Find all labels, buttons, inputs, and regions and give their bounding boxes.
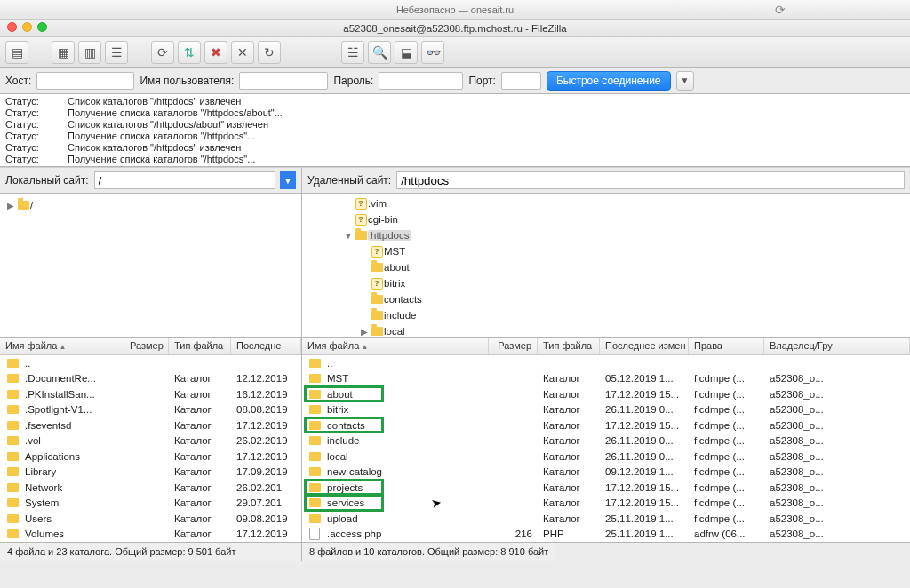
local-tree[interactable]: ▶ / [0, 194, 302, 337]
log-msg: Получение списка каталогов "/httpdocs"..… [68, 154, 255, 165]
zoom-icon[interactable] [37, 22, 47, 32]
disconnect-button[interactable]: ✕ [231, 41, 254, 64]
list-item[interactable]: Volumes Каталог 17.12.2019 [0, 527, 301, 543]
list-item[interactable]: .access.php 216 PHP 25.11.2019 1... adfr… [302, 527, 910, 543]
list-item[interactable]: .. [302, 355, 910, 371]
pass-input[interactable] [379, 72, 463, 90]
list-item[interactable]: Network Каталог 26.02.201 [0, 480, 301, 496]
remote-path-input[interactable] [396, 171, 905, 189]
folder-icon [309, 514, 321, 523]
window-controls[interactable] [7, 22, 47, 32]
process-queue-button[interactable]: ⇅ [178, 41, 201, 64]
reconnect-button[interactable]: ↻ [258, 41, 281, 64]
list-item[interactable]: MST Каталог 05.12.2019 1... flcdmpe (...… [302, 371, 910, 387]
app-titlebar: a52308_onesait@a52308.ftp.mchost.ru - Fi… [0, 20, 910, 37]
list-item[interactable]: .. [0, 355, 301, 371]
list-item[interactable]: .Spotlight-V1... Каталог 08.08.2019 [0, 402, 301, 418]
close-icon[interactable] [7, 22, 17, 32]
user-input[interactable] [239, 72, 328, 90]
list-item[interactable]: upload Каталог 25.11.2019 1... flcdmpe (… [302, 511, 910, 527]
quickconnect-button[interactable]: Быстрое соединение [547, 71, 671, 91]
list-item[interactable]: new-catalog Каталог 09.12.2019 1... flcd… [302, 465, 910, 481]
log-msg: Список каталогов "/httpdocs" извлечен [68, 142, 241, 154]
tree-node-label[interactable]: include [384, 310, 416, 321]
tree-node-label[interactable]: cgi-bin [368, 214, 398, 225]
pass-label: Пароль: [333, 75, 373, 87]
tree-node-label[interactable]: bitrix [384, 278, 405, 289]
compare-button[interactable]: ⬓ [395, 41, 418, 64]
remote-file-list[interactable]: Имя файла Размер Тип файла Последнее изм… [302, 338, 910, 542]
log-key: Статус: [5, 131, 68, 142]
local-file-list[interactable]: Имя файла Размер Тип файла Последне .. .… [0, 338, 302, 542]
reload-icon[interactable]: ⟳ [775, 3, 786, 17]
quickconnect-bar: Хост: Имя пользователя: Пароль: Порт: Бы… [0, 68, 910, 94]
folder-icon [7, 374, 19, 383]
quickconnect-dropdown[interactable]: ▼ [676, 71, 694, 91]
minimize-icon[interactable] [22, 22, 32, 32]
list-item[interactable]: .vol Каталог 26.02.2019 [0, 433, 301, 449]
folder-icon [7, 498, 19, 507]
tree-node-label: / [30, 200, 33, 211]
expand-icon[interactable]: ▶ [5, 201, 16, 211]
list-item[interactable]: projects Каталог 17.12.2019 15... flcdmp… [302, 480, 910, 496]
port-label: Порт: [468, 75, 496, 87]
list-item[interactable]: .DocumentRe... Каталог 12.12.2019 [0, 371, 301, 387]
list-item[interactable]: include Каталог 26.11.2019 0... flcdmpe … [302, 433, 910, 449]
list-item[interactable]: .fseventsd Каталог 17.12.2019 [0, 417, 301, 433]
list-item[interactable]: contacts Каталог 17.12.2019 15... flcdmp… [302, 417, 910, 433]
log-key: Статус: [5, 154, 68, 165]
host-input[interactable] [36, 72, 134, 90]
local-path-dropdown[interactable]: ▼ [280, 171, 296, 189]
search-button[interactable]: 🔍 [368, 41, 391, 64]
refresh-button[interactable]: ⟳ [151, 41, 174, 64]
folder-icon [309, 467, 321, 476]
toggle-log-button[interactable]: ▦ [52, 41, 75, 64]
remote-tree[interactable]: ?.vim?cgi-bin▼httpdocs?MSTabout?bitrixco… [302, 194, 910, 337]
log-key: Статус: [5, 119, 68, 131]
user-label: Имя пользователя: [140, 75, 234, 87]
list-item[interactable]: about Каталог 17.12.2019 15... flcdmpe (… [302, 386, 910, 402]
list-item[interactable]: .PKInstallSan... Каталог 16.12.2019 [0, 386, 301, 402]
log-msg: Список каталогов "/httpdocs/about" извле… [68, 119, 268, 131]
message-log[interactable]: Статус:Список каталогов "/httpdocs" извл… [0, 94, 910, 167]
list-item[interactable]: Library Каталог 17.09.2019 [0, 465, 301, 481]
folder-icon [7, 483, 19, 492]
filter-button[interactable]: ☱ [341, 41, 364, 64]
expand-icon[interactable]: ▼ [343, 231, 354, 241]
list-item[interactable]: local Каталог 26.11.2019 0... flcdmpe (.… [302, 449, 910, 465]
sync-browse-button[interactable]: 👓 [421, 41, 444, 64]
expand-icon[interactable]: ▶ [359, 327, 370, 337]
list-item[interactable]: bitrix Каталог 26.11.2019 0... flcdmpe (… [302, 402, 910, 418]
folder-icon [309, 374, 321, 383]
folder-icon [309, 405, 321, 414]
tree-node-label[interactable]: local [384, 326, 405, 337]
folder-icon [309, 452, 321, 461]
remote-list-header[interactable]: Имя файла Размер Тип файла Последнее изм… [302, 338, 910, 355]
tree-node-label[interactable]: contacts [384, 294, 422, 305]
list-item[interactable]: Applications Каталог 17.12.2019 [0, 449, 301, 465]
site-path-bar: Локальный сайт: ▼ Удаленный сайт: [0, 167, 910, 194]
toggle-queue-button[interactable]: ☰ [105, 41, 128, 64]
folder-icon [7, 390, 19, 399]
folder-icon [355, 231, 367, 240]
log-key: Статус: [5, 96, 68, 107]
tree-node-label[interactable]: MST [384, 246, 405, 257]
tree-node-label[interactable]: httpdocs [368, 230, 411, 241]
cancel-button[interactable]: ✖ [204, 41, 228, 64]
folder-icon [309, 483, 321, 492]
local-list-header[interactable]: Имя файла Размер Тип файла Последне [0, 338, 301, 355]
unknown-icon: ? [355, 214, 367, 226]
list-item[interactable]: services Каталог 17.12.2019 15... flcdmp… [302, 496, 910, 512]
list-item[interactable]: System Каталог 29.07.201 [0, 496, 301, 512]
site-manager-button[interactable]: ▤ [5, 41, 28, 64]
list-item[interactable]: Users Каталог 09.08.2019 [0, 511, 301, 527]
toggle-tree-button[interactable]: ▥ [78, 41, 101, 64]
port-input[interactable] [501, 72, 541, 90]
folder-icon [371, 311, 383, 320]
local-status: 4 файла и 23 каталога. Общий размер: 9 5… [0, 543, 302, 561]
tree-node-label[interactable]: about [384, 262, 410, 273]
folder-icon [7, 359, 19, 368]
folder-icon [7, 467, 19, 476]
tree-node-label[interactable]: .vim [368, 198, 387, 209]
local-path-input[interactable] [94, 171, 276, 189]
